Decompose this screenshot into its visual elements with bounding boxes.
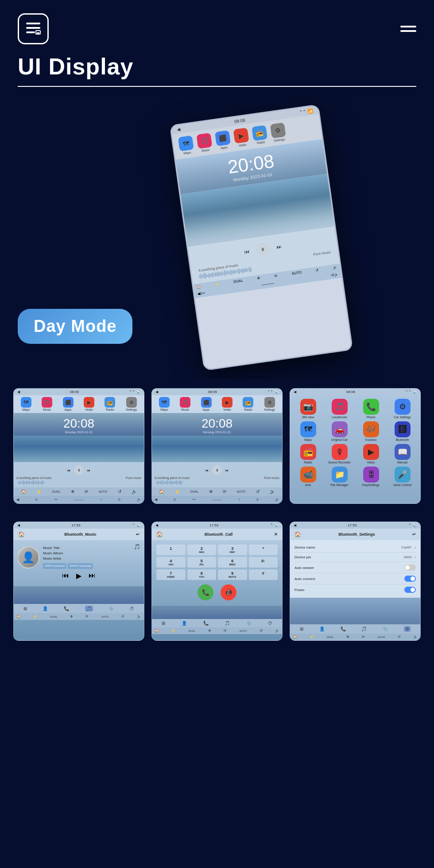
dial-9[interactable]: 9WXYZ xyxy=(218,569,247,580)
app-kuwooo[interactable]: 🎶 Kuwooo xyxy=(356,421,385,441)
call-end-button[interactable]: 📵 xyxy=(221,584,236,600)
nav-maps[interactable]: 🗺Maps xyxy=(21,397,31,411)
dial-7[interactable]: 7PQRS xyxy=(156,569,186,580)
bt-call-header: 🏠 Bluetooth_Call ✕ xyxy=(152,529,282,540)
panel1-prev[interactable]: ⏮ xyxy=(67,469,70,472)
panel1-time: 20:08 Monday 2023-01-01 xyxy=(14,413,144,436)
bt-call-home-icon[interactable]: 🏠 xyxy=(156,531,163,537)
panel-app-grid: ◀ 08:06 ⌃⌃ 📡 📷 360 view 🎵 Localmusic 📞 P… xyxy=(290,388,421,504)
setting-device-pin: Device pin 0000 › xyxy=(294,553,416,562)
app-video[interactable]: ▶ Video xyxy=(356,444,385,464)
panel-bt-music: ◀ 17:53 ⌃ 📡 🏠 Bluetooth_Music ↩ 🎵 👤 Musi… xyxy=(13,522,144,641)
svg-rect-1 xyxy=(26,27,40,29)
power-toggle[interactable] xyxy=(404,587,416,593)
tablet-app-music[interactable]: 🎵 Music xyxy=(196,133,213,153)
nav2-apps[interactable]: ⬛Apps xyxy=(201,397,212,411)
panel1-next[interactable]: ⏭ xyxy=(87,469,90,472)
app-soundrecorder[interactable]: 🎙 Sound Recorder xyxy=(325,444,354,464)
dial-3[interactable]: 3DEF xyxy=(218,545,247,555)
bt-play-icon[interactable]: ▶ xyxy=(76,572,81,580)
panel1-status: ◀ 08:06 ⌃⌃ 📡 xyxy=(14,389,144,395)
dial-hash[interactable]: # xyxy=(249,569,278,580)
bt-settings-home-icon[interactable]: 🏠 xyxy=(294,531,301,537)
panel2-waveform xyxy=(155,479,279,486)
dial-6[interactable]: 6MNO xyxy=(218,557,247,568)
panel2-nav: 🗺Maps 🎵Music ⬛Apps ▶Vedio 📻Radio ⚙Settin… xyxy=(152,395,282,413)
nav2-settings[interactable]: ⚙Settings xyxy=(264,397,275,411)
app-voicecontrol[interactable]: 🎤 Voice Control xyxy=(388,467,417,487)
tablet-app-settings[interactable]: ⚙ Settings xyxy=(270,122,287,142)
app-360view[interactable]: 📷 360 view xyxy=(294,399,322,419)
app-manual[interactable]: 📖 Manual xyxy=(388,444,417,464)
device-pin-chevron[interactable]: › xyxy=(415,555,416,560)
panel1-footer-status: ◀0〜─────↑0🔈 xyxy=(14,496,144,503)
app-filemanager[interactable]: 📁 File Manager xyxy=(325,467,354,487)
hamburger-menu-icon[interactable] xyxy=(400,26,416,32)
panel2-music: ⏮ ⏸ ⏭ A soothing piece of music Pure mus… xyxy=(152,462,282,487)
dial-5[interactable]: 5JKL xyxy=(187,557,217,568)
device-name-chevron[interactable]: › xyxy=(415,545,416,550)
auto-connect-toggle[interactable] xyxy=(404,576,416,582)
bt-settings-back-icon[interactable]: ↩ xyxy=(412,532,416,537)
bt-call-close-icon[interactable]: ✕ xyxy=(274,532,278,537)
nav-radio[interactable]: 📻Radio xyxy=(105,397,115,411)
nav2-music[interactable]: 🎵Music xyxy=(180,397,190,411)
app-carsettings[interactable]: ⚙ Car Settings xyxy=(388,399,417,419)
dial-0[interactable]: 0- xyxy=(249,557,278,568)
setting-auto-answer: Auto answer xyxy=(294,562,416,573)
tablet-app-maps[interactable]: 🗺 Maps xyxy=(178,136,194,156)
bt-next-icon[interactable]: ⏭ xyxy=(89,572,96,580)
tablet-app-apps[interactable]: ⬛ Apps xyxy=(215,130,231,150)
app-radio[interactable]: 📻 Radio xyxy=(294,444,322,464)
panel-home-music-2: ◀ 08:06 ⌃⌃ 📡 🗺Maps 🎵Music ⬛Apps ▶Vedio 📻… xyxy=(151,388,283,504)
dial-2[interactable]: 2ABC xyxy=(187,545,217,555)
app-phone[interactable]: 📞 Phone xyxy=(356,399,385,419)
nav-music[interactable]: 🎵Music xyxy=(42,397,52,411)
app-originalcar[interactable]: 🚗 Original Car xyxy=(325,421,354,441)
page-header: UI Display xyxy=(0,0,434,96)
nav2-radio[interactable]: 📻Radio xyxy=(243,397,253,411)
tablet-app-vedio[interactable]: ▶ Vedio xyxy=(233,128,249,148)
call-answer-button[interactable]: 📞 xyxy=(198,584,213,600)
panel2-play-pause[interactable]: ⏸ xyxy=(212,465,222,475)
bt-music-info: Music Title Music Album Music Artist A2D… xyxy=(43,545,93,569)
panel1-nav: 🗺Maps 🎵Music ⬛Apps ▶Vedio 📻Radio ⚙Settin… xyxy=(14,395,144,413)
panel1-play-pause[interactable]: ⏸ xyxy=(74,465,84,475)
tablet-app-radio[interactable]: 📻 Radio xyxy=(252,125,268,145)
panel2-next[interactable]: ⏭ xyxy=(225,469,229,472)
prev-icon[interactable]: ⏮ xyxy=(244,248,250,255)
panel3-status: ◀ 08:06 ⌃⌃ 📡 xyxy=(290,389,420,395)
header-top xyxy=(18,13,416,44)
bt-music-content: 🎵 👤 Music Title Music Album Music Artist… xyxy=(14,540,144,586)
panel1-mountain xyxy=(14,436,144,462)
bt-music-note-icon: 🎵 xyxy=(134,544,140,550)
nav2-maps[interactable]: 🗺Maps xyxy=(159,397,170,411)
nav-vedio[interactable]: ▶Vedio xyxy=(84,397,94,411)
next-icon[interactable]: ⏭ xyxy=(276,244,282,251)
bt-call-bg xyxy=(152,606,282,619)
bt-prev-icon[interactable]: ⏮ xyxy=(62,572,69,580)
panel2-prev[interactable]: ⏮ xyxy=(205,469,209,472)
bt-music-home-icon[interactable]: 🏠 xyxy=(18,531,25,537)
nav2-vedio[interactable]: ▶Vedio xyxy=(222,397,232,411)
panel1-footer: 🏠⚡DUAL❄⟳AUTO↺🔊 xyxy=(14,487,144,496)
dial-star[interactable]: * xyxy=(249,545,278,555)
app-maps[interactable]: 🗺 Maps xyxy=(294,421,322,441)
dial-8[interactable]: 8TUV xyxy=(187,569,217,580)
play-pause-button[interactable]: ⏸ xyxy=(256,242,271,257)
bt-settings-footer-status: 🏠⚡DUAL❄⟳AUTO↺🔊 xyxy=(290,634,420,640)
app-bluetooth[interactable]: 🅱 Bluetooth xyxy=(388,421,417,441)
app-localmusic[interactable]: 🎵 Localmusic xyxy=(325,399,354,419)
bt-music-bg xyxy=(14,586,144,604)
dial-1[interactable]: 1 xyxy=(156,545,186,555)
call-action-buttons: 📞 📵 xyxy=(155,582,279,603)
bt-music-back-icon[interactable]: ↩ xyxy=(136,532,140,537)
app-avin[interactable]: 📹 Avin xyxy=(294,467,322,487)
auto-answer-toggle[interactable] xyxy=(404,564,416,571)
nav-settings[interactable]: ⚙Settings xyxy=(126,397,137,411)
dial-4[interactable]: 4GHI xyxy=(156,557,186,568)
app-grid: 📷 360 view 🎵 Localmusic 📞 Phone ⚙ Car Se… xyxy=(290,395,420,490)
nav-apps[interactable]: ⬛Apps xyxy=(63,397,74,411)
app-dispsettings[interactable]: 🎛 DispSettings xyxy=(356,467,385,487)
logo-icon xyxy=(18,13,49,44)
